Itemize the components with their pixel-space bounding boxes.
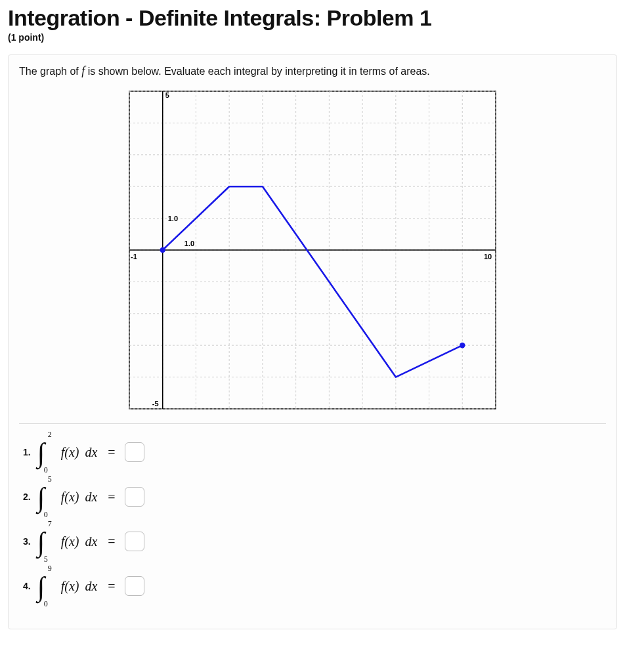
- integrand: f(x) dx: [61, 579, 98, 594]
- question-number: 4.: [23, 581, 31, 591]
- question-number: 1.: [23, 447, 31, 457]
- function-graph: 5-5-1101.01.0: [125, 87, 500, 413]
- problem-container: The graph of f is shown below. Evaluate …: [8, 54, 617, 629]
- answer-input[interactable]: [125, 576, 144, 596]
- svg-text:1.0: 1.0: [168, 215, 178, 222]
- prompt-pre: The graph of: [19, 66, 81, 77]
- equals-sign: =: [108, 534, 115, 549]
- answer-input[interactable]: [125, 442, 144, 462]
- answer-input[interactable]: [125, 487, 144, 507]
- question-number: 3.: [23, 536, 31, 547]
- svg-text:10: 10: [484, 253, 492, 261]
- svg-point-33: [460, 343, 465, 348]
- equals-sign: =: [108, 579, 115, 594]
- svg-point-32: [160, 247, 165, 253]
- equals-sign: =: [108, 445, 115, 460]
- integrand: f(x) dx: [61, 445, 98, 460]
- separator: [19, 423, 606, 424]
- integral-symbol: ∫75: [39, 526, 52, 556]
- svg-text:-1: -1: [131, 253, 137, 261]
- question-row: 1.∫20f(x) dx=: [23, 437, 606, 467]
- prompt-text: The graph of f is shown below. Evaluate …: [19, 64, 606, 78]
- question-row: 3.∫75f(x) dx=: [23, 526, 606, 556]
- points-label: (1 point): [8, 32, 617, 43]
- prompt-post: is shown below. Evaluate each integral b…: [85, 66, 430, 77]
- question-row: 2.∫50f(x) dx=: [23, 482, 606, 512]
- integral-symbol: ∫50: [39, 482, 52, 512]
- svg-text:5: 5: [165, 91, 169, 99]
- svg-text:-5: -5: [152, 400, 159, 408]
- integrand: f(x) dx: [61, 534, 98, 549]
- question-number: 2.: [23, 492, 31, 502]
- svg-text:1.0: 1.0: [184, 240, 194, 247]
- integral-symbol: ∫90: [39, 571, 52, 601]
- integral-symbol: ∫20: [39, 437, 52, 467]
- question-row: 4.∫90f(x) dx=: [23, 571, 606, 601]
- equals-sign: =: [108, 490, 115, 505]
- page-title: Integration - Definite Integrals: Proble…: [8, 5, 617, 31]
- integrand: f(x) dx: [61, 490, 98, 505]
- answer-input[interactable]: [125, 532, 144, 551]
